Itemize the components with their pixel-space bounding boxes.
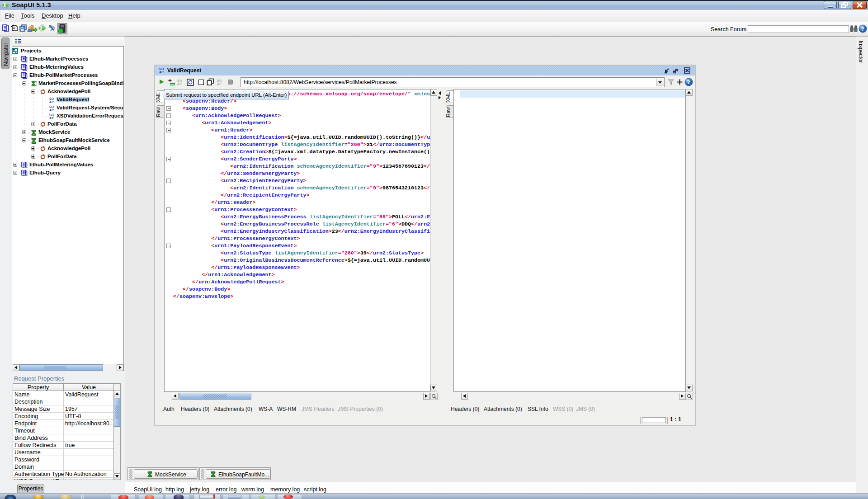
svg-text:AP: AP (49, 117, 54, 120)
svg-text:?: ? (687, 79, 690, 85)
svg-text:AP: AP (217, 82, 222, 85)
svg-text:?: ? (861, 25, 864, 32)
svg-text:SO: SO (49, 105, 54, 108)
svg-text:AP: AP (159, 71, 164, 74)
svg-text:SO: SO (217, 79, 222, 82)
svg-text:AP: AP (49, 108, 54, 112)
svg-text:AP: AP (177, 82, 182, 85)
svg-text:SO: SO (177, 79, 182, 82)
svg-text:SO: SO (49, 113, 54, 117)
svg-text:AP: AP (49, 100, 54, 104)
svg-text:SO: SO (49, 97, 54, 100)
svg-text:SO: SO (159, 67, 164, 71)
